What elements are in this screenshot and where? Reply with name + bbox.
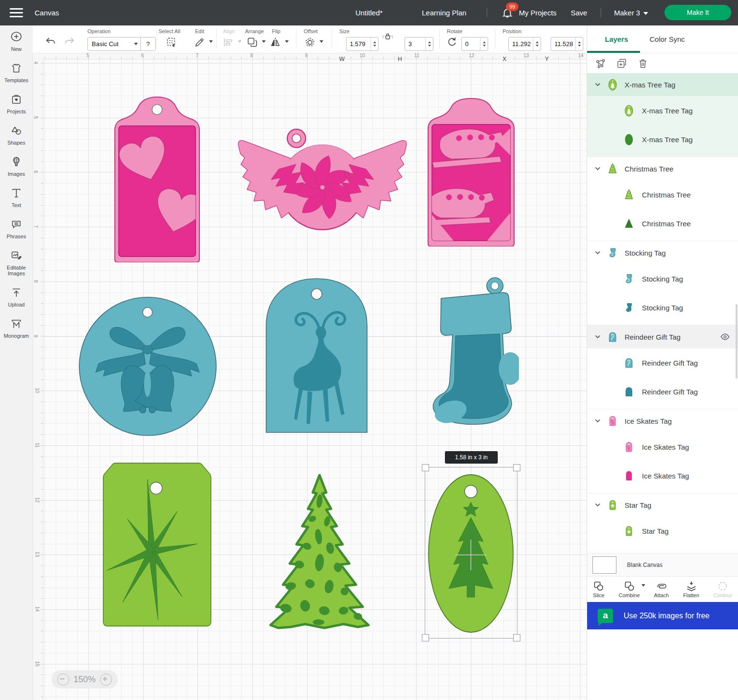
panel-scrollbar[interactable] bbox=[736, 304, 738, 379]
machine-selector[interactable]: Maker 3 bbox=[614, 0, 648, 25]
sidebar-item-text[interactable]: Text bbox=[0, 182, 33, 213]
chevron-down-icon[interactable] bbox=[641, 584, 645, 587]
sidebar-item-new[interactable]: New bbox=[0, 25, 33, 57]
layer-row[interactable]: Reindeer Gift Tag bbox=[587, 377, 738, 406]
layer-row[interactable]: Ice Skates Tag bbox=[587, 461, 738, 490]
canvas-shape-xmas-tree-oval-tag[interactable] bbox=[428, 473, 514, 634]
sidebar-item-monogram[interactable]: Monogram bbox=[0, 312, 33, 344]
x-stepper[interactable] bbox=[533, 37, 541, 50]
sidebar-item-upload[interactable]: Upload bbox=[0, 281, 33, 312]
layer-row[interactable]: Christmas Tree bbox=[587, 209, 738, 238]
attach-button[interactable]: Attach bbox=[654, 580, 669, 598]
selection-handle-top-left[interactable] bbox=[422, 464, 429, 471]
ruler-number: 14 bbox=[35, 606, 40, 612]
chevron-down-icon[interactable] bbox=[594, 501, 602, 509]
layer-thumbnail-icon bbox=[606, 78, 619, 91]
make-it-button[interactable]: Make It bbox=[664, 5, 731, 20]
visibility-eye-icon[interactable] bbox=[720, 332, 730, 342]
canvas-shape-christmas-tree[interactable] bbox=[262, 473, 377, 633]
monogram-icon bbox=[10, 323, 23, 332]
chevron-down-icon[interactable] bbox=[594, 333, 602, 341]
offset-button[interactable] bbox=[304, 36, 323, 50]
layer-row[interactable]: Ice Skates Tag bbox=[587, 432, 738, 461]
size-lock-icon[interactable] bbox=[381, 30, 394, 45]
canvas-shape-heart-tag[interactable] bbox=[112, 96, 202, 262]
select-all-button[interactable] bbox=[165, 36, 178, 50]
canvas-shape-stocking-tag[interactable] bbox=[422, 271, 519, 434]
rotate-input[interactable]: 0 bbox=[461, 37, 488, 51]
chevron-down-icon[interactable] bbox=[594, 81, 602, 88]
chevron-down-icon[interactable] bbox=[594, 165, 602, 172]
operation-help-button[interactable]: ? bbox=[140, 37, 156, 51]
undo-button[interactable] bbox=[44, 35, 57, 49]
combine-button[interactable]: Combine bbox=[619, 580, 640, 598]
edit-button[interactable] bbox=[193, 36, 213, 50]
canvas-shape-bells-ornament[interactable] bbox=[78, 296, 217, 436]
group-icon[interactable] bbox=[595, 58, 606, 69]
canvas-shape-reindeer-tag[interactable] bbox=[263, 275, 370, 435]
canvas-shape-ice-skates-tag[interactable] bbox=[425, 98, 517, 246]
canvas-label[interactable]: Canvas bbox=[35, 0, 59, 25]
layer-group-header[interactable]: Ice Skates Tag bbox=[587, 409, 738, 432]
layer-group-header[interactable]: Reindeer Gift Tag bbox=[587, 325, 738, 348]
sidebar-item-images[interactable]: Images bbox=[0, 150, 33, 182]
height-input[interactable]: 3 bbox=[405, 37, 433, 51]
sidebar-item-projects[interactable]: Projects bbox=[0, 88, 33, 119]
learning-plan-link[interactable]: Learning Plan bbox=[422, 0, 467, 25]
zoom-in-button[interactable] bbox=[100, 674, 112, 686]
layer-group-header[interactable]: Christmas Tree bbox=[587, 157, 738, 180]
slice-button[interactable]: Slice bbox=[593, 580, 604, 598]
chevron-down-icon[interactable] bbox=[594, 249, 602, 257]
layer-row[interactable]: Christmas Tree bbox=[587, 180, 738, 209]
sidebar-item-editable-images[interactable]: Editable Images bbox=[0, 244, 33, 281]
canvas-shape-peppermint-candy[interactable] bbox=[234, 128, 407, 236]
layer-group-header[interactable]: Stocking Tag bbox=[587, 241, 738, 264]
flatten-button[interactable]: Flatten bbox=[683, 580, 700, 598]
layer-row[interactable]: X-mas Tree Tag bbox=[587, 96, 738, 125]
ruler-number: 15 bbox=[35, 661, 40, 666]
save-link[interactable]: Save bbox=[571, 0, 587, 25]
operation-dropdown[interactable]: Basic Cut bbox=[87, 37, 142, 51]
redo-button[interactable] bbox=[63, 35, 76, 49]
layer-row[interactable]: Star Tag bbox=[587, 516, 738, 545]
menu-icon[interactable] bbox=[10, 8, 23, 17]
layer-row[interactable]: X-mas Tree Tag bbox=[587, 125, 738, 154]
images-promo-banner[interactable]: a Use 250k images for free bbox=[587, 602, 738, 629]
ruler-number: 7 bbox=[196, 53, 198, 58]
height-stepper[interactable] bbox=[425, 37, 433, 50]
canvas-shape-star-tag[interactable] bbox=[102, 462, 212, 627]
rotate-stepper[interactable] bbox=[480, 37, 488, 50]
width-stepper[interactable] bbox=[370, 37, 378, 50]
x-position-input[interactable]: 11.292 bbox=[508, 37, 541, 51]
layer-group-header[interactable]: Star Tag bbox=[587, 493, 738, 516]
layer-group-header[interactable]: X-mas Tree Tag bbox=[587, 73, 738, 96]
arrange-button[interactable] bbox=[246, 36, 266, 50]
width-input[interactable]: 1.579 bbox=[346, 37, 379, 51]
sidebar-item-shapes[interactable]: Shapes bbox=[0, 119, 33, 150]
y-stepper[interactable] bbox=[575, 37, 583, 50]
design-canvas[interactable]: 1.58 in x 3 in 150% bbox=[43, 59, 587, 700]
selection-handle-bottom-left[interactable] bbox=[422, 634, 429, 641]
duplicate-icon[interactable] bbox=[616, 58, 627, 69]
layer-row[interactable]: Star Tag bbox=[587, 545, 738, 553]
layer-row[interactable]: Reindeer Gift Tag bbox=[587, 348, 738, 377]
tab-layers[interactable]: Layers bbox=[605, 25, 628, 53]
layer-row[interactable]: Stocking Tag bbox=[587, 293, 738, 322]
sidebar-item-templates[interactable]: Templates bbox=[0, 57, 33, 88]
tab-color-sync[interactable]: Color Sync bbox=[650, 25, 685, 53]
ruler-number: 11 bbox=[35, 442, 40, 447]
selection-handle-bottom-right[interactable] bbox=[513, 634, 520, 641]
my-projects-link[interactable]: My Projects bbox=[519, 0, 556, 25]
layer-row[interactable]: Stocking Tag bbox=[587, 264, 738, 293]
blank-canvas-swatch[interactable] bbox=[592, 556, 616, 574]
notifications-bell-icon[interactable]: 99 bbox=[501, 7, 514, 19]
zoom-out-button[interactable] bbox=[57, 674, 69, 686]
blank-canvas-row[interactable]: Blank Canvas bbox=[587, 553, 738, 577]
rotate-icon[interactable] bbox=[446, 36, 458, 50]
chevron-down-icon[interactable] bbox=[594, 417, 602, 425]
sidebar-item-phrases[interactable]: Phrases bbox=[0, 213, 33, 244]
flip-button[interactable] bbox=[269, 36, 289, 50]
y-position-input[interactable]: 11.528 bbox=[551, 37, 583, 51]
delete-icon[interactable] bbox=[637, 58, 649, 69]
selection-handle-top-right[interactable] bbox=[513, 464, 520, 471]
